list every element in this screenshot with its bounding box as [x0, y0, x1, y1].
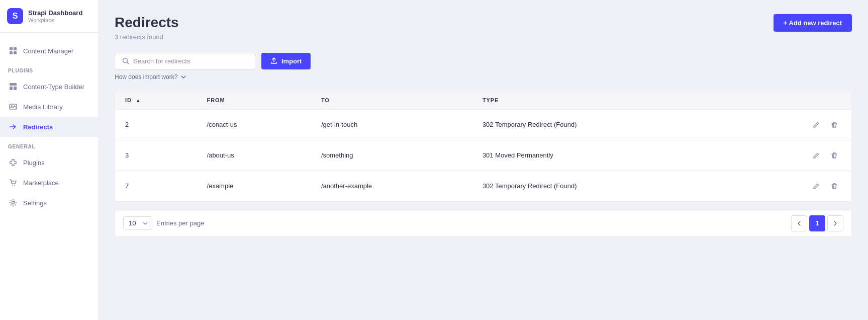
svg-rect-4: [10, 83, 17, 86]
media-icon: [8, 102, 18, 112]
page-1-button[interactable]: 1: [809, 215, 825, 231]
app-info: Strapi Dashboard Workplace: [28, 9, 82, 23]
cell-type: 301 Moved Permanently: [472, 140, 733, 171]
layout-icon: [8, 82, 18, 92]
cell-to: /something: [311, 140, 472, 171]
table-header-row: ID ▲ FROM TO TYPE: [115, 91, 851, 110]
delete-button[interactable]: [827, 118, 841, 132]
puzzle-icon: [8, 157, 18, 168]
sidebar-item-label: Media Library: [23, 103, 63, 111]
sidebar-item-content-manager[interactable]: Content Manager: [0, 41, 98, 61]
cell-actions: [732, 171, 851, 201]
table-row: 7 /example /another-example 302 Temporar…: [115, 171, 851, 201]
import-help[interactable]: How does import work?: [115, 73, 852, 81]
general-section-label: GENERAL: [0, 137, 98, 152]
cell-to: /get-in-touch: [311, 109, 472, 140]
page-subtitle: 3 redirects found: [115, 33, 179, 41]
sidebar-item-label: Content-Type Builder: [23, 83, 84, 91]
sidebar-item-redirects[interactable]: Redirects: [0, 117, 98, 137]
entries-select-group: 102050100 Entries per page: [123, 216, 204, 230]
svg-rect-1: [14, 47, 17, 50]
plugins-section-label: PLUGINS: [0, 61, 98, 76]
svg-rect-6: [14, 87, 17, 90]
cell-from: /about-us: [197, 140, 311, 171]
svg-point-9: [12, 185, 13, 186]
sidebar-item-plugins[interactable]: Plugins: [0, 152, 98, 173]
pagination-controls: 1: [791, 215, 843, 231]
cell-actions: [732, 109, 851, 140]
edit-button[interactable]: [809, 148, 823, 163]
next-page-button[interactable]: [827, 215, 843, 231]
svg-rect-2: [10, 51, 13, 54]
upload-icon: [270, 57, 277, 64]
sidebar-item-media-library[interactable]: Media Library: [0, 97, 98, 117]
svg-rect-0: [10, 47, 13, 50]
cell-type: 302 Temporary Redirect (Found): [472, 109, 733, 140]
sidebar-item-settings[interactable]: Settings: [0, 193, 98, 213]
toolbar: Import: [115, 53, 852, 69]
table-row: 3 /about-us /something 301 Moved Permane…: [115, 140, 851, 171]
sidebar-item-content-type-builder[interactable]: Content-Type Builder: [0, 76, 98, 97]
column-actions: [732, 91, 851, 110]
redirects-table: ID ▲ FROM TO TYPE: [115, 91, 851, 201]
sort-icon: ▲: [136, 98, 141, 103]
column-to: TO: [311, 91, 472, 110]
svg-rect-5: [10, 87, 13, 90]
column-from: FROM: [197, 91, 311, 110]
page-title-group: Redirects 3 redirects found: [115, 14, 179, 41]
sidebar: S Strapi Dashboard Workplace Content Man…: [0, 0, 99, 320]
sidebar-item-label: Marketplace: [23, 179, 59, 187]
search-input[interactable]: [133, 57, 248, 65]
app-workspace: Workplace: [28, 17, 82, 23]
import-button-label: Import: [281, 57, 302, 65]
page-title: Redirects: [115, 14, 179, 31]
chevron-down-icon: [180, 74, 186, 80]
page-header: Redirects 3 redirects found + Add new re…: [115, 14, 852, 41]
gear-icon: [8, 198, 18, 208]
cell-id: 7: [115, 171, 197, 201]
cell-id: 3: [115, 140, 197, 171]
pagination-bar: 102050100 Entries per page 1: [115, 210, 852, 237]
cart-icon: [8, 178, 18, 188]
svg-point-10: [14, 185, 15, 186]
edit-button[interactable]: [809, 118, 823, 132]
column-type: TYPE: [472, 91, 733, 110]
delete-button[interactable]: [827, 148, 841, 163]
sidebar-item-label: Plugins: [23, 159, 45, 167]
main-content: Redirects 3 redirects found + Add new re…: [99, 0, 868, 320]
cell-type: 302 Temporary Redirect (Found): [472, 171, 733, 201]
cell-actions: [732, 140, 851, 171]
column-from-label: FROM: [207, 97, 225, 103]
edit-button[interactable]: [809, 179, 823, 193]
sidebar-item-label: Content Manager: [23, 47, 73, 55]
redirect-icon: [8, 122, 18, 132]
sidebar-item-label: Redirects: [23, 123, 53, 131]
column-to-label: TO: [321, 97, 330, 103]
column-id[interactable]: ID ▲: [115, 91, 197, 110]
app-logo: S: [7, 8, 23, 24]
entries-per-page-label: Entries per page: [156, 219, 204, 227]
cell-id: 2: [115, 109, 197, 140]
import-help-label: How does import work?: [115, 73, 177, 81]
redirects-table-container: ID ▲ FROM TO TYPE: [115, 91, 852, 202]
prev-page-button[interactable]: [791, 215, 807, 231]
app-name: Strapi Dashboard: [28, 9, 82, 17]
add-redirect-button[interactable]: + Add new redirect: [774, 14, 852, 32]
column-id-label: ID: [125, 97, 132, 103]
sidebar-nav: Content Manager PLUGINS Content-Type Bui…: [0, 33, 98, 320]
svg-rect-3: [14, 51, 17, 54]
column-type-label: TYPE: [483, 97, 499, 103]
grid-icon: [8, 46, 18, 56]
table-row: 2 /conact-us /get-in-touch 302 Temporary…: [115, 109, 851, 140]
import-button[interactable]: Import: [261, 53, 311, 69]
cell-from: /conact-us: [197, 109, 311, 140]
search-icon: [122, 57, 129, 64]
delete-button[interactable]: [827, 179, 841, 193]
sidebar-item-label: Settings: [23, 199, 47, 207]
cell-from: /example: [197, 171, 311, 201]
cell-to: /another-example: [311, 171, 472, 201]
sidebar-item-marketplace[interactable]: Marketplace: [0, 173, 98, 193]
sidebar-header: S Strapi Dashboard Workplace: [0, 0, 98, 33]
search-box[interactable]: [115, 53, 255, 69]
entries-per-page-select[interactable]: 102050100: [123, 216, 152, 230]
